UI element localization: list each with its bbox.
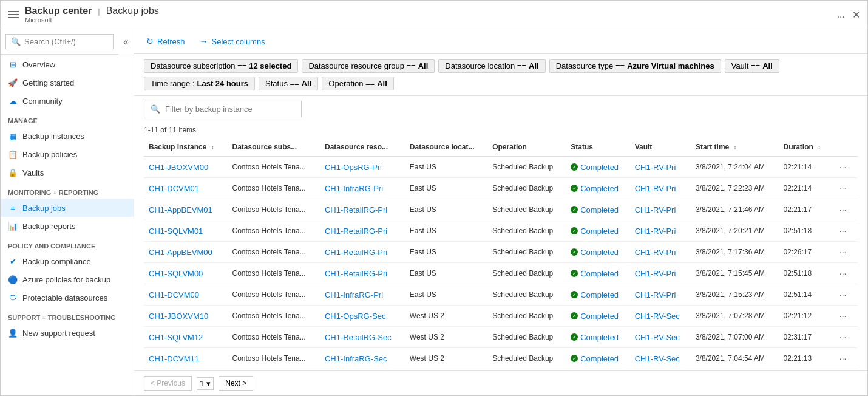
filter-datasource-subscription[interactable]: Datasource subscription == 12 selected [144, 59, 298, 73]
row-actions-button[interactable]: ··· [836, 267, 850, 279]
status-completed-icon: ✓ [571, 291, 578, 298]
sidebar-item-community[interactable]: ☁ Community [1, 92, 134, 110]
row-actions-button[interactable]: ··· [836, 246, 850, 258]
cell-actions[interactable]: ··· [831, 284, 858, 306]
row-actions-button[interactable]: ··· [836, 203, 850, 216]
cloud-icon: ☁ [8, 96, 18, 106]
select-columns-button[interactable]: → Select columns [197, 34, 268, 49]
row-actions-button[interactable]: ··· [836, 225, 850, 237]
filter-datasource-location[interactable]: Datasource location == All [438, 59, 545, 73]
cell-vault[interactable]: CH1-RV-Sec [630, 306, 691, 327]
cell-actions[interactable]: ··· [831, 263, 858, 284]
cell-instance[interactable]: CH1-AppBEVM01 [144, 199, 227, 220]
cell-vault[interactable]: CH1-RV-Pri [630, 242, 691, 263]
cell-instance[interactable]: CH1-DCVM01 [144, 178, 227, 199]
filter-operation[interactable]: Operation == All [322, 77, 394, 90]
cell-operation: Scheduled Backup [487, 306, 566, 327]
filter-datasource-type[interactable]: Datasource type == Azure Virtual machine… [549, 59, 721, 73]
sidebar-item-getting-started[interactable]: 🚀 Getting started [1, 73, 134, 92]
sidebar-item-azure-policies[interactable]: 🔵 Azure policies for backup [1, 270, 134, 288]
cell-vault[interactable]: CH1-RV-Pri [630, 284, 691, 306]
page-select[interactable]: 1 ▾ [197, 377, 214, 390]
cell-location: West US 2 [405, 327, 487, 348]
cell-actions[interactable]: ··· [831, 242, 858, 263]
sidebar-item-label: Overview [22, 60, 55, 69]
col-duration[interactable]: Duration ↕ [779, 138, 831, 157]
cell-vault[interactable]: CH1-RV-Sec [630, 348, 691, 369]
sidebar-item-backup-instances[interactable]: ▦ Backup instances [1, 127, 134, 145]
cell-duration: 02:21:14 [779, 157, 831, 178]
sidebar-item-new-support[interactable]: 👤 New support request [1, 324, 134, 342]
row-actions-button[interactable]: ··· [836, 288, 850, 301]
cell-operation: Scheduled Backup [487, 220, 566, 242]
sidebar-item-backup-reports[interactable]: 📊 Backup reports [1, 217, 134, 235]
cell-duration: 02:31:17 [779, 327, 831, 348]
cell-operation: Scheduled Backup [487, 178, 566, 199]
cell-actions[interactable]: ··· [831, 327, 858, 348]
sidebar-item-protectable[interactable]: 🛡 Protectable datasources [1, 288, 134, 307]
search-input[interactable] [24, 37, 108, 46]
cell-vault[interactable]: CH1-RV-Pri [630, 263, 691, 284]
cell-location: East US [405, 284, 487, 306]
cell-resource-group: CH1-OpsRG-Sec [320, 306, 405, 327]
instance-search-input[interactable] [165, 104, 295, 114]
cell-instance[interactable]: CH1-JBOXVM10 [144, 306, 227, 327]
cell-instance[interactable]: CH1-DCVM11 [144, 348, 227, 369]
filter-status[interactable]: Status == All [259, 77, 318, 90]
cell-actions[interactable]: ··· [831, 220, 858, 242]
cell-vault[interactable]: CH1-RV-Pri [630, 199, 691, 220]
next-button[interactable]: Next > [219, 376, 253, 391]
cell-instance[interactable]: CH1-AppBEVM00 [144, 242, 227, 263]
sidebar-item-overview[interactable]: ⊞ Overview [1, 55, 134, 73]
row-actions-button[interactable]: ··· [836, 182, 850, 194]
cell-actions[interactable]: ··· [831, 178, 858, 199]
cell-vault[interactable]: CH1-RV-Pri [630, 220, 691, 242]
cell-operation: Scheduled Backup [487, 348, 566, 369]
search-icon: 🔍 [11, 37, 21, 46]
page-dropdown-icon[interactable]: ▾ [206, 379, 211, 388]
cell-instance[interactable]: CH1-JBOXVM00 [144, 157, 227, 178]
sidebar-item-backup-jobs[interactable]: ≡ Backup jobs [1, 199, 134, 217]
row-actions-button[interactable]: ··· [836, 331, 850, 343]
cell-vault[interactable]: CH1-RV-Pri [630, 157, 691, 178]
cell-actions[interactable]: ··· [831, 306, 858, 327]
search-icon: 🔍 [151, 104, 160, 114]
cell-start-time: 3/8/2021, 7:21:46 AM [691, 199, 779, 220]
row-actions-button[interactable]: ··· [836, 352, 850, 364]
cell-instance[interactable]: CH1-SQLVM12 [144, 327, 227, 348]
azure-policy-icon: 🔵 [8, 275, 18, 284]
cell-start-time: 3/8/2021, 7:15:23 AM [691, 284, 779, 306]
row-actions-button[interactable]: ··· [836, 310, 850, 322]
sidebar-item-backup-compliance[interactable]: ✔ Backup compliance [1, 252, 134, 270]
refresh-button[interactable]: ↻ Refresh [144, 34, 188, 49]
collapse-button[interactable]: « [118, 34, 134, 50]
cell-resource-group: CH1-InfraRG-Pri [320, 284, 405, 306]
status-completed-icon: ✓ [571, 163, 578, 171]
cell-actions[interactable]: ··· [831, 348, 858, 369]
cell-instance[interactable]: CH1-SQLVM00 [144, 263, 227, 284]
filter-vault[interactable]: Vault == All [725, 59, 779, 73]
instance-search-wrap[interactable]: 🔍 [144, 101, 302, 117]
close-icon[interactable]: ✕ [852, 9, 860, 21]
col-datasource-locat: Datasource locat... [405, 138, 487, 157]
col-backup-instance[interactable]: Backup instance ↕ [144, 138, 227, 157]
cell-actions[interactable]: ··· [831, 199, 858, 220]
sidebar-item-vaults[interactable]: 🔒 Vaults [1, 163, 134, 182]
filter-time-range[interactable]: Time range : Last 24 hours [144, 77, 255, 90]
more-options-icon[interactable]: ... [837, 9, 845, 20]
status-completed-icon: ✓ [571, 312, 578, 319]
cell-actions[interactable]: ··· [831, 157, 858, 178]
cell-instance[interactable]: CH1-DCVM00 [144, 284, 227, 306]
cell-vault[interactable]: CH1-RV-Sec [630, 327, 691, 348]
cell-vault[interactable]: CH1-RV-Pri [630, 178, 691, 199]
row-actions-button[interactable]: ··· [836, 161, 850, 173]
arrow-icon: → [200, 36, 208, 46]
col-start-time[interactable]: Start time ↕ [691, 138, 779, 157]
filter-datasource-resource-group[interactable]: Datasource resource group == All [302, 59, 435, 73]
status-completed-icon: ✓ [571, 333, 578, 341]
cell-instance[interactable]: CH1-SQLVM01 [144, 220, 227, 242]
hamburger-icon[interactable] [8, 9, 20, 21]
sidebar-item-backup-policies[interactable]: 📋 Backup policies [1, 145, 134, 163]
sidebar-search[interactable]: 🔍 [5, 34, 114, 49]
previous-button[interactable]: < Previous [144, 376, 192, 391]
